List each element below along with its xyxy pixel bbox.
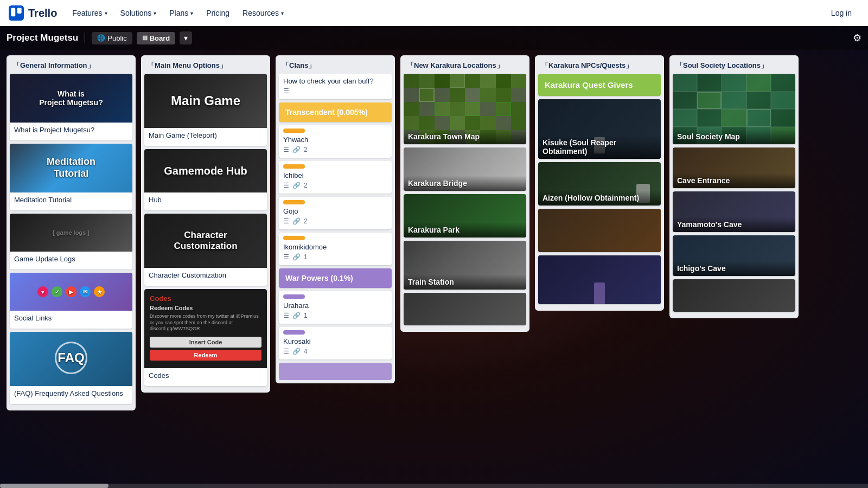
card-yhwach[interactable]: Yhwach ☰ 🔗 2 bbox=[279, 125, 392, 158]
card-kisuke[interactable]: Kisuke (Soul Reaper Obtainment) bbox=[538, 99, 661, 159]
card-soul-society-map[interactable]: Soul Society Map bbox=[673, 74, 795, 144]
attachment-icon: 🔗 bbox=[292, 146, 301, 153]
nav-resources[interactable]: Resources ▾ bbox=[236, 5, 290, 21]
board-header: Project Mugetsu 🌐 Public ⊞ Board ▾ ⚙ bbox=[0, 26, 868, 50]
card-urahara-meta: ☰ 🔗 1 bbox=[283, 312, 387, 319]
attachment-icon-6: 🔗 bbox=[292, 348, 301, 355]
card-faq-title: (FAQ) Frequently Asked Questions bbox=[14, 389, 128, 397]
svg-rect-1 bbox=[11, 8, 15, 16]
card-war-powers[interactable]: War Powers (0.1%) bbox=[279, 268, 392, 288]
card-yamamoto-cave[interactable]: Yamamoto's Cave bbox=[673, 191, 795, 232]
card-social[interactable]: ♥ ✓ ▶ ✉ ★ Social Links bbox=[10, 273, 132, 329]
card-ss-loc5[interactable] bbox=[673, 279, 795, 312]
card-urahara[interactable]: Urahara ☰ 🔗 1 bbox=[279, 291, 392, 324]
codes-redeem-button[interactable]: Redeem bbox=[150, 350, 261, 361]
ichigo-cave-title-overlay: Ichigo's Cave bbox=[673, 261, 795, 276]
solutions-chevron: ▾ bbox=[154, 10, 156, 16]
column-soul-society-cards: Soul Society Map Cave Entrance Yamamoto'… bbox=[669, 74, 799, 318]
card-ichigo-cave[interactable]: Ichigo's Cave bbox=[673, 235, 795, 276]
card-main-game[interactable]: Main Game Main Game (Teleport) bbox=[144, 74, 267, 146]
column-main-menu-header: 「Main Menu Options」 bbox=[141, 55, 270, 74]
card-ichibei[interactable]: Ichibei ☰ 🔗 2 bbox=[279, 161, 392, 194]
nav-plans[interactable]: Plans ▾ bbox=[163, 5, 200, 21]
board-more-button[interactable]: ▾ bbox=[180, 31, 192, 44]
column-karakura-header: 「New Karakura Locations」 bbox=[400, 55, 529, 74]
card-meditation[interactable]: MeditationTutorial Meditation Tutorial bbox=[10, 144, 132, 210]
card-game-update[interactable]: [ game logs ] Game Update Logs bbox=[10, 214, 132, 269]
svg-rect-2 bbox=[17, 8, 22, 14]
cave-entrance-title-overlay: Cave Entrance bbox=[673, 173, 795, 188]
card-check-clan[interactable]: How to check your clan buff? ☰ bbox=[279, 74, 392, 99]
column-general-cards: What isProject Mugetsu? What is Project … bbox=[7, 74, 136, 410]
navbar-right: Log in bbox=[824, 5, 859, 21]
card-hub[interactable]: Gamemode Hub Hub bbox=[144, 149, 267, 210]
card-what-is-title: What is Project Mugetsu? bbox=[14, 126, 128, 134]
trello-icon bbox=[9, 5, 24, 21]
nav-solutions[interactable]: Solutions ▾ bbox=[114, 5, 163, 21]
card-yhwach-name: Yhwach bbox=[283, 136, 387, 144]
card-quest-givers[interactable]: Karakura Quest Givers bbox=[538, 74, 661, 96]
codes-insert-button[interactable]: Insert Code bbox=[150, 337, 261, 348]
card-cave-entrance[interactable]: Cave Entrance bbox=[673, 147, 795, 188]
codes-label: Codes bbox=[150, 294, 261, 303]
card-karakura-loc5[interactable] bbox=[404, 293, 526, 325]
social-dot-3: ▶ bbox=[66, 286, 76, 297]
card-check-clan-text: How to check your clan buff? bbox=[283, 77, 387, 85]
bottom-scrollbar[interactable] bbox=[0, 484, 868, 488]
kurosaki-label-bar bbox=[283, 330, 305, 335]
attachment-icon-3: 🔗 bbox=[292, 217, 301, 225]
card-train-station[interactable]: Train Station bbox=[404, 241, 526, 290]
card-what-is[interactable]: What isProject Mugetsu? What is Project … bbox=[10, 74, 132, 140]
nav-menu: Features ▾ Solutions ▾ Plans ▾ Pricing R… bbox=[66, 5, 290, 21]
board-visibility-badge[interactable]: 🌐 Public bbox=[92, 32, 132, 44]
board-canvas: 「General Information」 What isProject Mug… bbox=[0, 50, 868, 488]
card-gojo[interactable]: Gojo ☰ 🔗 2 bbox=[279, 197, 392, 229]
card-aizen[interactable]: Aizen (Hollow Obtainment) bbox=[538, 162, 661, 206]
login-button[interactable]: Log in bbox=[824, 5, 859, 21]
card-npc3[interactable] bbox=[538, 209, 661, 252]
card-main-game-title: Main Game (Teleport) bbox=[149, 131, 263, 139]
card-faq[interactable]: FAQ (FAQ) Frequently Asked Questions bbox=[10, 332, 132, 404]
nav-features[interactable]: Features ▾ bbox=[66, 5, 113, 21]
card-char-custom[interactable]: CharacterCustomization Character Customi… bbox=[144, 214, 267, 286]
ikomikidomoe-count: 1 bbox=[304, 253, 308, 261]
card-gojo-meta: ☰ 🔗 2 bbox=[283, 217, 387, 225]
card-transcendent[interactable]: Transcendent (0.005%) bbox=[279, 102, 392, 122]
card-karakura-park[interactable]: Karakura Park bbox=[404, 194, 526, 237]
faq-circle: FAQ bbox=[55, 342, 87, 374]
plans-chevron: ▾ bbox=[190, 10, 193, 16]
card-kurosaki[interactable]: Kurosaki ☰ 🔗 4 bbox=[279, 327, 392, 359]
attachment-icon-5: 🔗 bbox=[292, 312, 301, 319]
navbar: Trello Features ▾ Solutions ▾ Plans ▾ Pr… bbox=[0, 0, 868, 26]
card-more-clan[interactable] bbox=[279, 363, 392, 380]
social-dot-1: ♥ bbox=[37, 286, 48, 297]
card-npc4[interactable] bbox=[538, 255, 661, 304]
column-clans-header: 「Clans」 bbox=[276, 55, 395, 74]
board-view-badge[interactable]: ⊞ Board bbox=[137, 32, 176, 44]
card-karakura-town[interactable]: Karakura Town Map bbox=[404, 74, 526, 144]
ikomikidomoe-label-bar bbox=[283, 236, 305, 240]
column-karakura-npcs-header: 「Karakura NPCs/Quests」 bbox=[535, 55, 664, 74]
card-karakura-bridge[interactable]: Karakura Bridge bbox=[404, 147, 526, 191]
card-codes[interactable]: Codes Redeem Codes Discover more codes f… bbox=[144, 289, 267, 386]
card-game-update-title: Game Update Logs bbox=[14, 255, 128, 263]
board-title: Project Mugetsu bbox=[7, 33, 78, 43]
urahara-label-bar bbox=[283, 294, 305, 299]
card-meditation-title: Meditation Tutorial bbox=[14, 196, 128, 204]
war-powers-label: War Powers (0.1%) bbox=[285, 274, 353, 282]
column-clans-cards: How to check your clan buff? ☰ Transcend… bbox=[276, 74, 395, 383]
list-icon-5: ☰ bbox=[283, 312, 289, 319]
card-gojo-name: Gojo bbox=[283, 207, 387, 215]
navbar-logo[interactable]: Trello bbox=[9, 5, 57, 21]
column-main-menu-cards: Main Game Main Game (Teleport) Gamemode … bbox=[141, 74, 270, 393]
social-dot-2: ✓ bbox=[52, 286, 62, 297]
nav-pricing[interactable]: Pricing bbox=[200, 5, 236, 21]
yhwach-label-bar bbox=[283, 129, 305, 133]
brand-name: Trello bbox=[28, 7, 57, 20]
scrollbar-thumb[interactable] bbox=[0, 484, 108, 488]
list-icon-2: ☰ bbox=[283, 182, 289, 189]
column-karakura-cards: Karakura Town Map Karakura Bridge Karaku… bbox=[400, 74, 529, 332]
card-char-custom-title: Character Customization bbox=[149, 271, 263, 279]
card-ikomikidomoe[interactable]: Ikomikidomoe ☰ 🔗 1 bbox=[279, 233, 392, 265]
board-filter-button[interactable]: ⚙ bbox=[853, 32, 861, 44]
